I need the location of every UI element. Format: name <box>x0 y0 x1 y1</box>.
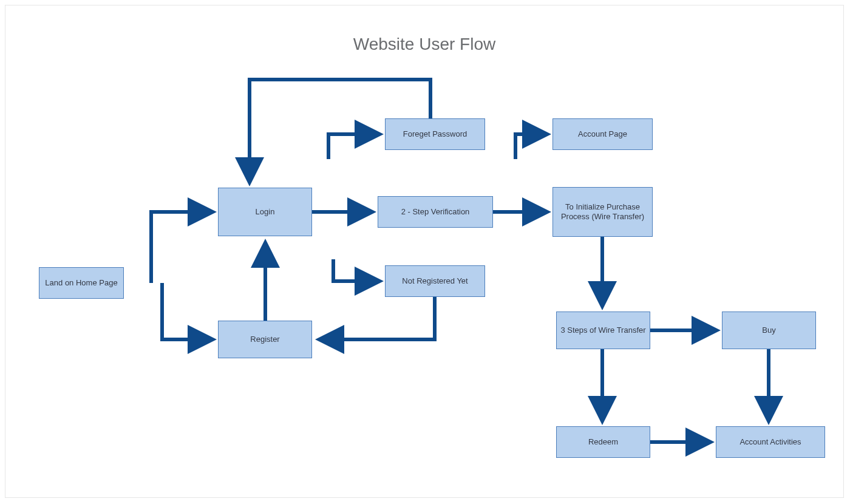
diagram-frame: Website User Flow Land on Home Page Logi… <box>5 5 844 498</box>
node-label: Land on Home Page <box>45 278 117 288</box>
node-register: Register <box>218 321 312 358</box>
node-notreg: Not Registered Yet <box>385 265 485 297</box>
connectors-layer <box>5 5 845 499</box>
edge-home-login <box>151 212 212 283</box>
node-wire3: 3 Steps of Wire Transfer <box>556 312 650 349</box>
node-init-purchase: To Initialize Purchase Process (Wire Tra… <box>552 187 653 237</box>
node-label: Login <box>256 207 275 217</box>
node-label: Redeem <box>588 437 618 447</box>
node-buy: Buy <box>722 312 816 349</box>
node-label: Foreget Password <box>403 129 467 139</box>
node-label: 3 Steps of Wire Transfer <box>560 325 645 335</box>
node-label: To Initialize Purchase Process (Wire Tra… <box>557 202 648 222</box>
node-label: Buy <box>762 325 775 335</box>
node-activities: Account Activities <box>716 426 825 458</box>
edge-home-register <box>162 283 212 339</box>
node-forgot: Foreget Password <box>385 118 485 150</box>
node-label: Account Activities <box>739 437 801 447</box>
node-label: 2 - Step Verification <box>401 207 470 217</box>
edge-notreg-register <box>320 297 435 339</box>
node-twostep: 2 - Step Verification <box>378 196 493 228</box>
edge-login-notreg <box>333 259 379 281</box>
diagram-title: Website User Flow <box>5 35 843 54</box>
edge-forgot-account <box>515 134 546 159</box>
node-label: Not Registered Yet <box>402 276 467 286</box>
node-account-page: Account Page <box>552 118 653 150</box>
node-redeem: Redeem <box>556 426 650 458</box>
node-home: Land on Home Page <box>39 267 124 299</box>
node-login: Login <box>218 188 312 236</box>
node-label: Register <box>250 335 279 344</box>
node-label: Account Page <box>578 129 627 139</box>
edge-login-forgot <box>328 134 379 159</box>
